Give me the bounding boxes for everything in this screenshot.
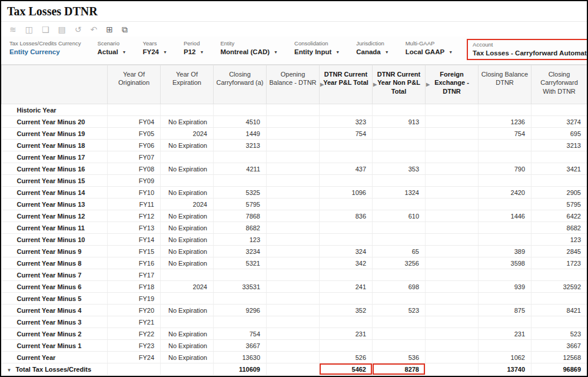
- data-cell[interactable]: [426, 163, 479, 175]
- data-cell[interactable]: FY16: [108, 257, 161, 269]
- total-cell[interactable]: [426, 363, 479, 375]
- data-cell[interactable]: No Expiration: [161, 140, 214, 151]
- data-cell[interactable]: [373, 199, 426, 210]
- data-cell[interactable]: [426, 305, 479, 316]
- data-cell[interactable]: [214, 293, 267, 305]
- data-cell[interactable]: 1062: [479, 352, 531, 363]
- data-cell[interactable]: 3421: [531, 163, 587, 175]
- data-cell[interactable]: 790: [479, 163, 531, 175]
- data-cell[interactable]: [161, 316, 214, 328]
- data-cell[interactable]: [161, 269, 214, 281]
- data-cell[interactable]: 2845: [531, 246, 587, 257]
- data-cell[interactable]: [267, 293, 320, 305]
- data-cell[interactable]: [267, 234, 320, 246]
- data-cell[interactable]: [426, 140, 479, 151]
- data-cell[interactable]: No Expiration: [161, 187, 214, 199]
- format-grid-icon[interactable]: ≋: [9, 25, 16, 34]
- data-cell[interactable]: FY17: [108, 269, 161, 281]
- data-cell[interactable]: [267, 352, 320, 363]
- data-cell[interactable]: 13630: [214, 352, 267, 363]
- data-cell[interactable]: No Expiration: [161, 210, 214, 222]
- data-cell[interactable]: 1236: [479, 116, 531, 128]
- data-cell[interactable]: 754: [320, 128, 373, 140]
- data-cell[interactable]: [267, 269, 320, 281]
- data-cell[interactable]: [531, 175, 587, 187]
- data-cell[interactable]: [320, 175, 373, 187]
- data-cell[interactable]: FY23: [108, 340, 161, 352]
- data-cell[interactable]: [267, 116, 320, 128]
- data-cell[interactable]: 3213: [531, 140, 587, 151]
- data-cell[interactable]: [426, 222, 479, 234]
- data-cell[interactable]: [320, 151, 373, 163]
- data-cell[interactable]: FY09: [108, 175, 161, 187]
- data-cell[interactable]: [320, 340, 373, 352]
- data-cell[interactable]: [426, 210, 479, 222]
- data-cell[interactable]: FY06: [108, 140, 161, 151]
- hierarchy-icon[interactable]: ▤: [58, 25, 66, 34]
- data-cell[interactable]: [479, 340, 531, 352]
- history-icon[interactable]: ↺: [75, 25, 82, 34]
- data-cell[interactable]: [267, 151, 320, 163]
- data-cell[interactable]: 4211: [214, 163, 267, 175]
- data-cell[interactable]: FY19: [108, 293, 161, 305]
- data-cell[interactable]: 2024: [161, 281, 214, 293]
- data-cell[interactable]: [320, 234, 373, 246]
- data-cell[interactable]: [373, 104, 426, 116]
- data-cell[interactable]: [320, 316, 373, 328]
- data-cell[interactable]: [267, 246, 320, 257]
- data-cell[interactable]: 698: [373, 281, 426, 293]
- data-cell[interactable]: [426, 352, 479, 363]
- data-cell[interactable]: FY21: [108, 316, 161, 328]
- data-cell[interactable]: 3213: [214, 140, 267, 151]
- data-cell[interactable]: 231: [320, 328, 373, 340]
- open-window-icon[interactable]: ⧉: [122, 25, 128, 34]
- data-cell[interactable]: No Expiration: [161, 340, 214, 352]
- data-cell[interactable]: [267, 210, 320, 222]
- data-cell[interactable]: [426, 128, 479, 140]
- data-cell[interactable]: [214, 151, 267, 163]
- pov-item-multi-gaap[interactable]: Multi-GAAPLocal GAAP▼: [403, 39, 455, 57]
- data-cell[interactable]: [531, 293, 587, 305]
- data-cell[interactable]: [267, 199, 320, 210]
- data-cell[interactable]: 1324: [373, 187, 426, 199]
- data-cell[interactable]: [108, 104, 161, 116]
- highlighted-total-cell[interactable]: 8278: [373, 363, 426, 375]
- pov-item-tax-losses-credits-currency[interactable]: Tax Losses/Credits CurrencyEntity Curren…: [7, 39, 83, 57]
- data-cell[interactable]: FY07: [108, 151, 161, 163]
- data-cell[interactable]: FY08: [108, 163, 161, 175]
- data-cell[interactable]: [373, 140, 426, 151]
- data-cell[interactable]: No Expiration: [161, 222, 214, 234]
- expand-column-icon[interactable]: ▶: [426, 81, 430, 87]
- data-cell[interactable]: [531, 269, 587, 281]
- data-cell[interactable]: 437: [320, 163, 373, 175]
- data-cell[interactable]: No Expiration: [161, 328, 214, 340]
- data-cell[interactable]: [479, 175, 531, 187]
- data-cell[interactable]: [479, 222, 531, 234]
- total-cell[interactable]: 110609: [214, 363, 267, 375]
- data-cell[interactable]: FY11: [108, 199, 161, 210]
- pov-item-account[interactable]: AccountTax Losses - Carryforward Automat…: [467, 39, 588, 60]
- data-cell[interactable]: [267, 104, 320, 116]
- data-cell[interactable]: 610: [373, 210, 426, 222]
- pov-item-jurisdiction[interactable]: JurisdictionCanada▼: [354, 39, 391, 57]
- data-cell[interactable]: [479, 151, 531, 163]
- data-cell[interactable]: 4510: [214, 116, 267, 128]
- data-cell[interactable]: 33531: [214, 281, 267, 293]
- data-cell[interactable]: FY10: [108, 187, 161, 199]
- data-cell[interactable]: [426, 269, 479, 281]
- pov-item-scenario[interactable]: ScenarioActual▼: [95, 39, 128, 57]
- data-cell[interactable]: 754: [214, 328, 267, 340]
- data-cell[interactable]: [426, 328, 479, 340]
- data-cell[interactable]: 875: [479, 305, 531, 316]
- data-cell[interactable]: 5795: [531, 199, 587, 210]
- data-cell[interactable]: [479, 140, 531, 151]
- expand-column-icon[interactable]: ▶: [373, 81, 377, 87]
- data-cell[interactable]: 3274: [531, 116, 587, 128]
- data-cell[interactable]: [531, 104, 587, 116]
- data-cell[interactable]: 2024: [161, 199, 214, 210]
- data-cell[interactable]: FY20: [108, 305, 161, 316]
- data-cell[interactable]: [320, 269, 373, 281]
- data-cell[interactable]: [373, 128, 426, 140]
- data-cell[interactable]: [373, 269, 426, 281]
- data-cell[interactable]: 6422: [531, 210, 587, 222]
